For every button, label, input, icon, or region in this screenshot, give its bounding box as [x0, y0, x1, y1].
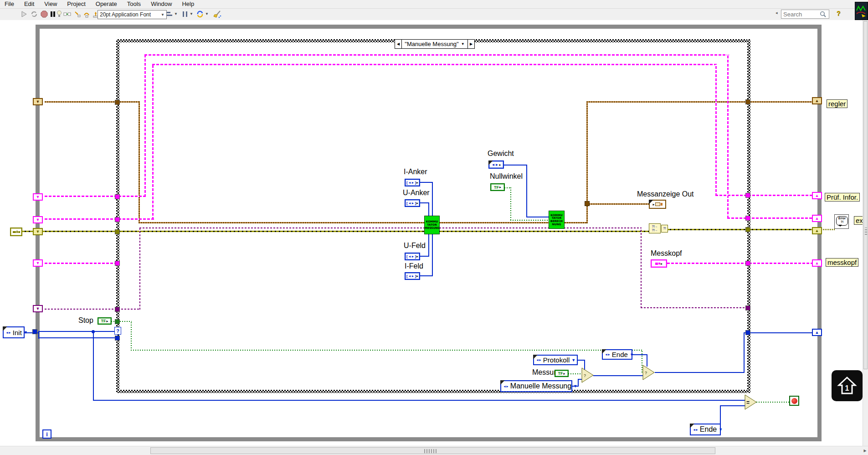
wire-pink-1[interactable] [45, 196, 146, 197]
case-structure-border[interactable] [116, 390, 750, 393]
wire-i-anker[interactable] [432, 182, 433, 216]
case-next-icon[interactable]: ▶ [468, 40, 474, 48]
tunnel-olive[interactable] [745, 227, 750, 232]
wire-select2-out[interactable] [744, 332, 745, 373]
wire-junction[interactable] [92, 330, 95, 333]
shift-register-left-olive[interactable]: ▼ [33, 228, 43, 235]
wire-regler[interactable] [139, 101, 140, 223]
wire-purple[interactable] [139, 228, 140, 310]
chevron-down-icon[interactable]: ▼ [571, 358, 575, 362]
wire-pink-2[interactable] [45, 218, 154, 220]
abort-icon[interactable] [40, 10, 48, 18]
run-continuous-icon[interactable] [30, 10, 38, 18]
nullwinkel-boolean-terminal[interactable]: TF▸ [490, 183, 505, 191]
u-feld-terminal[interactable]: [◄►]▸ [405, 253, 420, 260]
wire-pink-2[interactable] [152, 64, 154, 220]
shift-register-right-pink[interactable]: ▲ [812, 259, 822, 267]
wire-case-selector[interactable] [38, 331, 115, 332]
case-selector-terminal[interactable]: ? [114, 327, 121, 335]
wire-nullwinkel[interactable] [510, 187, 511, 220]
shift-register-left-brown[interactable]: ▼ [33, 98, 43, 105]
tunnel-pink[interactable] [745, 193, 750, 198]
wire-u-feld[interactable] [420, 256, 429, 257]
menu-view[interactable]: View [39, 0, 62, 8]
tunnel-purple[interactable] [745, 305, 750, 310]
i-anker-terminal[interactable]: [◄►]▸ [405, 179, 420, 186]
home-navigation-icon[interactable]: 1 [832, 370, 863, 401]
wire-regler[interactable] [45, 101, 139, 103]
context-help-icon[interactable]: ? [837, 9, 841, 17]
select-node[interactable]: ? [642, 365, 655, 380]
vertical-scrollbar-thumb[interactable] [863, 21, 868, 369]
wire-regler[interactable] [139, 222, 588, 223]
menu-window[interactable]: Window [146, 0, 177, 8]
menu-project[interactable]: Project [62, 0, 90, 8]
kommutator-messung-vi[interactable]: KOMMUTATORMESSUNG [424, 216, 440, 234]
highlight-execution-icon[interactable] [55, 10, 63, 18]
wire-messkopf-out[interactable] [667, 263, 814, 264]
i-feld-terminal[interactable]: [◄►]▸ [405, 272, 420, 280]
case-previous-icon[interactable]: ◀ [395, 40, 401, 48]
chevron-down-icon[interactable]: ▼ [630, 352, 634, 357]
wire-ende-top[interactable] [632, 354, 647, 355]
merge-errors-node[interactable]: ?!→?!→ [649, 223, 661, 233]
chevron-down-icon[interactable]: ▼ [719, 427, 723, 432]
distribute-objects-button[interactable]: ▼ [181, 10, 193, 18]
menu-operate[interactable]: Operate [91, 0, 122, 8]
tunnel-blue[interactable] [115, 336, 120, 341]
tunnel-brown[interactable] [115, 100, 120, 105]
ende-enum-constant-bottom[interactable]: ◄►Ende ▼ [690, 424, 721, 435]
shift-register-right-pink[interactable]: ▲ [812, 215, 822, 222]
init-enum-constant[interactable]: ◄► Init ▼ [3, 326, 25, 338]
equal-node[interactable]: = [745, 394, 757, 410]
select-node[interactable]: ? [581, 367, 594, 383]
shift-register-right-pink[interactable]: ▲ [812, 192, 822, 199]
wire-pink-2[interactable] [152, 64, 717, 65]
shift-register-right-brown[interactable]: ▲ [812, 97, 822, 104]
wire-purple[interactable] [641, 228, 642, 308]
wire-purple[interactable] [45, 309, 140, 310]
wire-ende-bottom[interactable] [720, 405, 746, 406]
loop-condition-terminal[interactable] [789, 396, 799, 406]
wire-select1-out[interactable] [593, 375, 644, 376]
tunnel-brown[interactable] [745, 99, 750, 104]
wire-junction[interactable] [585, 201, 590, 206]
shift-register-left-pink[interactable]: ▼ [33, 216, 43, 223]
wire-stop[interactable] [131, 350, 642, 351]
wire-messung[interactable] [568, 373, 582, 374]
search-input[interactable] [781, 11, 820, 18]
tunnel-blue[interactable] [32, 329, 37, 334]
retain-wire-values-icon[interactable] [63, 10, 72, 18]
font-selector[interactable]: 20pt Application Font ▼ [98, 10, 167, 19]
shift-register-left-purple[interactable]: ▼ [33, 305, 43, 312]
step-into-icon[interactable] [73, 10, 82, 18]
wire-pink-1[interactable] [727, 217, 814, 219]
protokoll-enum-constant[interactable]: ◄►Protokoll ▼ [533, 355, 578, 365]
tunnel-pink[interactable] [115, 194, 120, 199]
wire-init-compare[interactable] [93, 331, 94, 400]
messung-boolean-terminal[interactable]: TF▸ [555, 370, 569, 377]
wire-init-compare[interactable] [93, 400, 745, 401]
shift-register-left-pink[interactable]: ▼ [33, 259, 43, 267]
scroll-right-icon[interactable]: ▶ [862, 446, 868, 455]
wire-stop[interactable] [120, 321, 132, 322]
horizontal-scrollbar-thumb[interactable] [150, 447, 715, 454]
wire-stop[interactable] [131, 321, 132, 351]
wire-i-anker[interactable] [420, 182, 433, 183]
chevron-down-icon[interactable]: ▼ [461, 42, 465, 46]
wire-select2-out[interactable] [655, 372, 745, 373]
wire-ende-bottom[interactable] [720, 405, 721, 424]
chevron-down-icon[interactable]: ▼ [573, 384, 577, 388]
wire-i-feld[interactable] [420, 275, 433, 276]
error-cluster-constant[interactable] [10, 228, 22, 236]
wire-pink-1[interactable] [727, 54, 729, 218]
wire-error-handler[interactable] [823, 229, 835, 230]
search-box[interactable] [781, 10, 829, 19]
u-anker-terminal[interactable]: [◄►]▸ [405, 199, 420, 207]
manuelle-messung-enum-constant[interactable]: ◄►Manuelle Messung ▼ [500, 380, 572, 392]
wire-purple[interactable] [139, 228, 642, 228]
iteration-terminal[interactable]: i [42, 429, 51, 439]
gewicht-terminal[interactable]: ◄►▸ [488, 160, 504, 169]
wire-regler[interactable] [586, 101, 814, 103]
menu-help[interactable]: Help [177, 0, 199, 8]
